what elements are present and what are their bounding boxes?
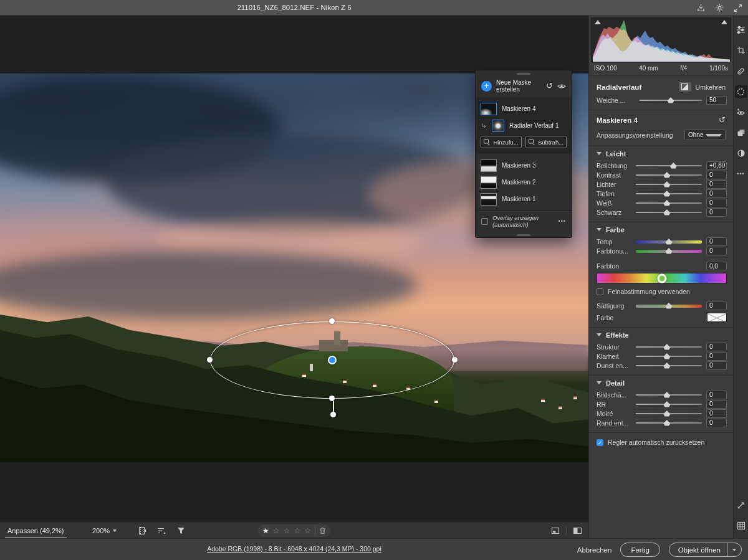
healing-brush-icon[interactable] bbox=[735, 65, 747, 77]
ellipse-center-handle[interactable] bbox=[328, 356, 337, 364]
slider-thumb[interactable] bbox=[668, 97, 674, 103]
more-tools-icon[interactable]: ••• bbox=[735, 168, 747, 180]
section-detail[interactable]: Detail bbox=[589, 375, 733, 390]
ellipse-right-handle[interactable] bbox=[452, 357, 458, 363]
exposure-slider[interactable] bbox=[636, 161, 702, 170]
mask-thumbnail[interactable] bbox=[481, 159, 497, 172]
ellipse-rotate-handle[interactable] bbox=[330, 412, 336, 417]
slider-thumb[interactable] bbox=[663, 420, 670, 426]
add-to-mask-button[interactable]: Hinzufü... bbox=[481, 136, 522, 148]
mask-component-selected[interactable]: Radialer Verlauf 1 bbox=[481, 117, 567, 134]
star-2[interactable]: ☆ bbox=[273, 524, 280, 537]
done-button[interactable]: Fertig bbox=[620, 543, 659, 557]
slider-thumb[interactable] bbox=[663, 344, 670, 350]
fullscreen-icon[interactable] bbox=[733, 3, 743, 13]
hue-strip-slider[interactable] bbox=[597, 273, 727, 283]
image-info-link[interactable]: Adobe RGB (1998) - 8 Bit - 6048 x 4024 (… bbox=[0, 539, 588, 559]
edit-sliders-icon[interactable] bbox=[735, 24, 747, 36]
presets-icon[interactable] bbox=[735, 147, 747, 159]
moire-slider[interactable] bbox=[636, 409, 702, 418]
zoom-level-select[interactable]: 200% bbox=[92, 523, 117, 539]
slider-thumb[interactable] bbox=[663, 411, 670, 417]
slider-thumb[interactable] bbox=[663, 353, 670, 359]
red-eye-icon[interactable] bbox=[735, 106, 747, 118]
slider-thumb[interactable] bbox=[663, 200, 670, 206]
slider-thumb[interactable] bbox=[663, 172, 670, 178]
slider-thumb[interactable] bbox=[663, 392, 670, 398]
mask-item-selected[interactable]: Maskieren 4 bbox=[481, 100, 567, 117]
create-mask-icon[interactable]: + bbox=[481, 81, 492, 92]
highlights-slider[interactable] bbox=[636, 180, 702, 189]
mask-item[interactable]: Maskieren 3 bbox=[481, 157, 567, 174]
auto-reset-checkbox-row[interactable]: ✓ Regler automatisch zurücksetzen bbox=[589, 437, 733, 449]
auto-reset-checkbox[interactable]: ✓ bbox=[597, 439, 603, 446]
reset-adjustments-icon[interactable]: ↺ bbox=[719, 117, 726, 123]
before-after-view-icon[interactable] bbox=[573, 527, 582, 534]
ellipse-bottom-handle[interactable] bbox=[329, 396, 335, 401]
star-4[interactable]: ☆ bbox=[294, 524, 300, 537]
mask-item[interactable]: Maskieren 2 bbox=[481, 174, 567, 191]
dehaze-slider[interactable] bbox=[636, 361, 702, 370]
star-1[interactable]: ★ bbox=[262, 524, 269, 537]
ellipse-top-handle[interactable] bbox=[329, 318, 335, 324]
feather-value[interactable]: 50 bbox=[706, 96, 727, 105]
create-mask-label[interactable]: Neue Maske erstellen bbox=[496, 79, 542, 93]
filter-icon[interactable] bbox=[176, 526, 186, 536]
noise-slider[interactable] bbox=[636, 400, 702, 409]
view-mode-tab[interactable]: Anpassen (49,2%) bbox=[0, 523, 72, 539]
contrast-slider[interactable] bbox=[636, 171, 702, 179]
color-swatch[interactable] bbox=[707, 313, 727, 322]
cancel-button[interactable]: Abbrechen bbox=[577, 546, 612, 554]
section-color[interactable]: Farbe bbox=[589, 222, 733, 237]
slider-thumb[interactable] bbox=[666, 239, 673, 245]
temperature-slider[interactable] bbox=[636, 237, 702, 246]
section-effects[interactable]: Effekte bbox=[589, 327, 733, 342]
slider-thumb[interactable] bbox=[663, 209, 670, 216]
single-view-icon[interactable] bbox=[551, 527, 560, 534]
save-image-icon[interactable] bbox=[696, 3, 706, 13]
whites-slider[interactable] bbox=[636, 199, 702, 207]
grid-view-icon[interactable] bbox=[735, 520, 747, 532]
fine-tune-checkbox-row[interactable]: Feinabstimmung verwenden bbox=[589, 286, 733, 298]
hue-ring-thumb[interactable] bbox=[657, 273, 666, 283]
star-5[interactable]: ☆ bbox=[304, 524, 311, 537]
sharpen-slider[interactable] bbox=[636, 391, 702, 399]
clarity-slider[interactable] bbox=[636, 352, 702, 361]
slider-thumb[interactable] bbox=[666, 248, 673, 254]
snapshots-icon[interactable] bbox=[735, 126, 747, 139]
overlay-options-icon[interactable]: ••• bbox=[559, 218, 566, 224]
mask-thumbnail[interactable] bbox=[481, 103, 497, 115]
open-options-arrow[interactable] bbox=[727, 549, 741, 551]
subtract-from-mask-button[interactable]: Subtrah... bbox=[525, 136, 567, 148]
section-light[interactable]: Leicht bbox=[589, 146, 733, 161]
shadow-clipping-icon[interactable] bbox=[595, 20, 601, 24]
sort-order-icon[interactable] bbox=[156, 526, 166, 536]
invert-mask-icon[interactable] bbox=[679, 82, 691, 92]
panel-drag-handle[interactable] bbox=[517, 73, 530, 75]
slider-thumb[interactable] bbox=[663, 191, 670, 197]
slider-thumb[interactable] bbox=[663, 181, 670, 187]
highlight-clipping-icon[interactable] bbox=[721, 20, 727, 24]
preset-dropdown[interactable]: Ohne bbox=[684, 130, 726, 140]
settings-gear-icon[interactable] bbox=[714, 3, 724, 13]
slider-thumb[interactable] bbox=[670, 163, 677, 169]
mask-thumbnail[interactable] bbox=[481, 176, 497, 189]
color-sampler-icon[interactable] bbox=[735, 499, 747, 511]
texture-slider[interactable] bbox=[636, 343, 702, 351]
panel-resize-handle[interactable] bbox=[517, 234, 530, 236]
trash-icon[interactable] bbox=[319, 527, 326, 534]
overlay-checkbox[interactable] bbox=[481, 218, 488, 225]
invert-label[interactable]: Umkehren bbox=[696, 83, 726, 91]
slider-thumb[interactable] bbox=[663, 363, 670, 369]
reset-masks-icon[interactable]: ↺ bbox=[546, 83, 553, 89]
slider-thumb[interactable] bbox=[663, 401, 670, 407]
feather-slider[interactable] bbox=[640, 96, 702, 105]
ellipse-left-handle[interactable] bbox=[207, 357, 213, 363]
tint-slider[interactable] bbox=[636, 247, 702, 255]
defringe-slider[interactable] bbox=[636, 419, 702, 427]
slider-thumb[interactable] bbox=[666, 303, 673, 309]
hue-value[interactable]: 0,0 bbox=[706, 262, 727, 270]
saturation-slider[interactable] bbox=[636, 301, 702, 310]
shadows-slider[interactable] bbox=[636, 189, 702, 198]
crop-icon[interactable] bbox=[735, 44, 747, 57]
